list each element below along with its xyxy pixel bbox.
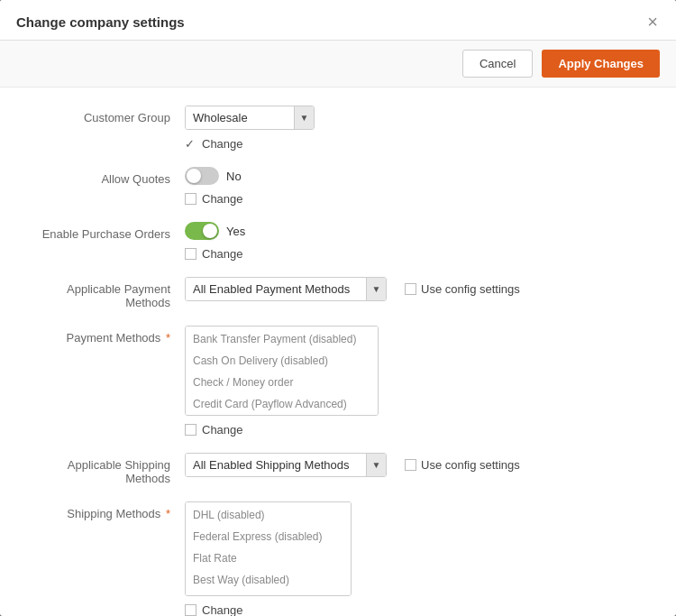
payment-methods-change-checkbox[interactable] — [185, 424, 196, 436]
customer-group-change-label: Change — [202, 137, 243, 151]
customer-group-select[interactable]: Wholesale Retail General — [186, 106, 294, 129]
applicable-payment-methods-select-container[interactable]: All Enabled Payment Methods Specific Pay… — [185, 277, 387, 301]
enable-purchase-orders-change-row: Change — [185, 247, 649, 261]
applicable-shipping-methods-main-row: All Enabled Shipping Methods Specific Sh… — [185, 453, 649, 477]
modal: Change company settings × Cancel Apply C… — [0, 0, 676, 616]
applicable-payment-methods-main-row: All Enabled Payment Methods Specific Pay… — [185, 277, 649, 301]
applicable-payment-methods-control: All Enabled Payment Methods Specific Pay… — [185, 277, 649, 301]
applicable-shipping-methods-arrow[interactable]: ▼ — [366, 454, 386, 476]
shipping-use-config-row: Use config settings — [405, 458, 520, 472]
applicable-shipping-methods-row: Applicable Shipping Methods All Enabled … — [27, 453, 649, 485]
enable-purchase-orders-row: Enable Purchase Orders Yes Change — [27, 222, 649, 261]
applicable-shipping-methods-select-container[interactable]: All Enabled Shipping Methods Specific Sh… — [185, 453, 387, 477]
list-item[interactable]: Cash On Delivery (disabled) — [186, 350, 378, 372]
payment-methods-change-label: Change — [202, 423, 243, 437]
shipping-methods-change-row: Change — [185, 603, 649, 616]
allow-quotes-toggle[interactable] — [185, 167, 219, 185]
enable-purchase-orders-label: Enable Purchase Orders — [27, 222, 185, 241]
enable-purchase-orders-thumb — [203, 224, 217, 238]
shipping-methods-change-checkbox[interactable] — [185, 604, 196, 616]
modal-overlay: Change company settings × Cancel Apply C… — [0, 0, 676, 616]
customer-group-change-row: ✓ Change — [185, 137, 649, 151]
allow-quotes-label: Allow Quotes — [27, 167, 185, 186]
payment-methods-control: Bank Transfer Payment (disabled)Cash On … — [185, 326, 649, 437]
customer-group-select-container[interactable]: Wholesale Retail General ▼ — [185, 106, 315, 130]
applicable-shipping-methods-select[interactable]: All Enabled Shipping Methods Specific Sh… — [186, 454, 366, 476]
list-item[interactable]: Check / Money order — [186, 372, 378, 393]
customer-group-check-icon: ✓ — [185, 137, 195, 151]
customer-group-select-arrow[interactable]: ▼ — [294, 106, 314, 129]
applicable-payment-methods-arrow[interactable]: ▼ — [366, 278, 386, 300]
allow-quotes-change-row: Change — [185, 192, 649, 206]
payment-methods-required: * — [162, 331, 170, 345]
payment-methods-label: Payment Methods * — [27, 326, 185, 345]
shipping-methods-control: DHL (disabled)Federal Express (disabled)… — [185, 501, 649, 616]
shipping-methods-required: * — [162, 507, 170, 520]
allow-quotes-toggle-row: No — [185, 167, 649, 185]
list-item[interactable]: Credit Card (Payflow Advanced) (disabled… — [186, 393, 378, 416]
payment-use-config-row: Use config settings — [405, 282, 520, 296]
enable-purchase-orders-track — [185, 222, 219, 240]
list-item[interactable]: Flat Rate — [186, 547, 351, 569]
enable-purchase-orders-change-label: Change — [202, 247, 243, 261]
cancel-button[interactable]: Cancel — [462, 50, 533, 78]
enable-purchase-orders-toggle-row: Yes — [185, 222, 649, 240]
applicable-shipping-methods-label: Applicable Shipping Methods — [27, 453, 185, 485]
shipping-methods-change-label: Change — [202, 603, 243, 616]
list-item[interactable]: Bank Transfer Payment (disabled) — [186, 328, 378, 350]
applicable-payment-methods-row: Applicable Payment Methods All Enabled P… — [27, 277, 649, 309]
payment-methods-list-area: Bank Transfer Payment (disabled)Cash On … — [185, 326, 649, 416]
shipping-use-config-label: Use config settings — [421, 458, 520, 472]
allow-quotes-change-checkbox[interactable] — [185, 193, 196, 205]
customer-group-label: Customer Group — [27, 106, 185, 124]
shipping-use-config-checkbox[interactable] — [405, 459, 416, 471]
enable-purchase-orders-toggle-label: Yes — [226, 225, 245, 238]
allow-quotes-toggle-label: No — [226, 170, 242, 183]
allow-quotes-row: Allow Quotes No Change — [27, 167, 649, 206]
shipping-methods-row: Shipping Methods * DHL (disabled)Federal… — [27, 501, 649, 616]
allow-quotes-change-label: Change — [202, 192, 243, 206]
applicable-shipping-methods-control: All Enabled Shipping Methods Specific Sh… — [185, 453, 649, 477]
enable-purchase-orders-toggle[interactable] — [185, 222, 219, 240]
modal-body: Customer Group Wholesale Retail General … — [0, 87, 676, 616]
modal-title: Change company settings — [16, 14, 185, 30]
customer-group-control: Wholesale Retail General ▼ ✓ Change — [185, 106, 649, 151]
allow-quotes-track — [185, 167, 219, 185]
close-button[interactable]: × — [645, 13, 660, 31]
list-item[interactable]: Free Shipping (disabled) — [186, 591, 351, 596]
allow-quotes-thumb — [187, 169, 201, 183]
list-item[interactable]: DHL (disabled) — [186, 504, 351, 526]
list-item[interactable]: Federal Express (disabled) — [186, 526, 351, 547]
modal-title-bar: Change company settings × — [0, 0, 676, 41]
payment-methods-list[interactable]: Bank Transfer Payment (disabled)Cash On … — [185, 326, 379, 416]
list-item[interactable]: Best Way (disabled) — [186, 569, 351, 591]
enable-purchase-orders-control: Yes Change — [185, 222, 649, 261]
applicable-payment-methods-label: Applicable Payment Methods — [27, 277, 185, 309]
payment-methods-change-row: Change — [185, 423, 649, 437]
payment-use-config-checkbox[interactable] — [405, 283, 416, 295]
allow-quotes-control: No Change — [185, 167, 649, 206]
customer-group-select-wrapper: Wholesale Retail General ▼ — [185, 106, 649, 130]
shipping-methods-label: Shipping Methods * — [27, 501, 185, 520]
customer-group-row: Customer Group Wholesale Retail General … — [27, 106, 649, 151]
apply-changes-button[interactable]: Apply Changes — [542, 50, 660, 78]
shipping-methods-list[interactable]: DHL (disabled)Federal Express (disabled)… — [185, 501, 352, 596]
enable-purchase-orders-change-checkbox[interactable] — [185, 248, 196, 260]
applicable-payment-methods-select[interactable]: All Enabled Payment Methods Specific Pay… — [186, 278, 366, 300]
payment-use-config-label: Use config settings — [421, 282, 520, 296]
modal-toolbar: Cancel Apply Changes — [0, 41, 676, 87]
payment-methods-row: Payment Methods * Bank Transfer Payment … — [27, 326, 649, 437]
